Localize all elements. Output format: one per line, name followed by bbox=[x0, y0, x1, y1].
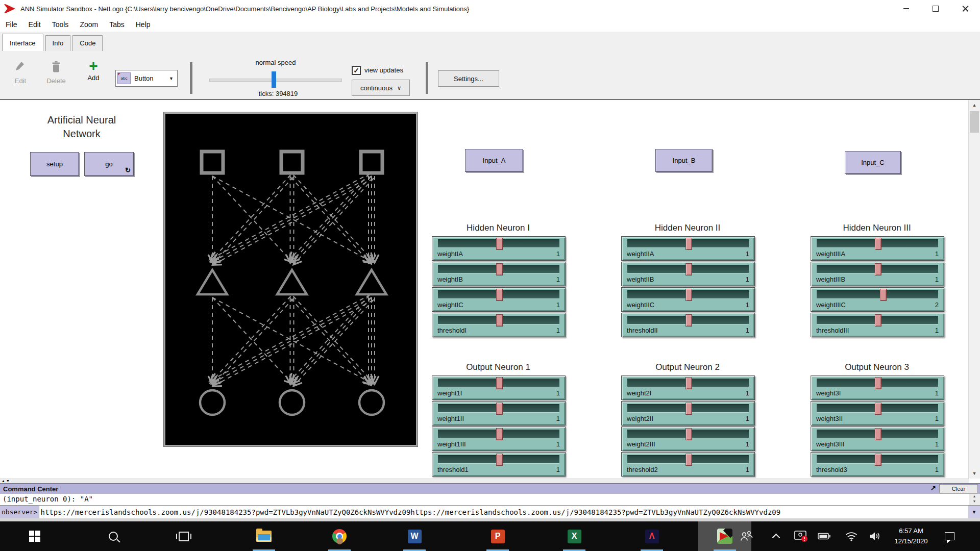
slider-handle[interactable] bbox=[685, 263, 692, 276]
slider-track[interactable] bbox=[817, 290, 938, 299]
scrollbar-thumb[interactable] bbox=[970, 111, 979, 133]
slider-weightIIB[interactable]: weightIIB1 bbox=[621, 262, 755, 286]
slider-weightIC[interactable]: weightIC1 bbox=[432, 287, 566, 312]
slider-weightIB[interactable]: weightIB1 bbox=[432, 262, 566, 286]
update-mode-dropdown[interactable]: continuous ∨ bbox=[352, 80, 410, 96]
slider-handle[interactable] bbox=[496, 403, 503, 415]
acrobat-button[interactable]: Λ bbox=[637, 521, 667, 551]
slider-handle[interactable] bbox=[685, 314, 692, 327]
slider-threshold3[interactable]: threshold31 bbox=[811, 452, 944, 477]
slider-thresholdII[interactable]: thresholdII1 bbox=[621, 313, 755, 337]
edit-widget-button[interactable]: Edit bbox=[6, 60, 35, 85]
chrome-button[interactable] bbox=[325, 521, 354, 551]
slider-handle[interactable] bbox=[685, 454, 692, 466]
slider-weightIIIC[interactable]: weightIIIC2 bbox=[811, 287, 944, 312]
slider-weight2III[interactable]: weight2III1 bbox=[621, 427, 755, 451]
tab-code[interactable]: Code bbox=[72, 35, 103, 51]
minimize-button[interactable] bbox=[891, 0, 921, 17]
slider-weight1I[interactable]: weight1I1 bbox=[432, 375, 566, 400]
menu-help[interactable]: Help bbox=[130, 20, 156, 29]
slider-handle[interactable] bbox=[880, 289, 887, 301]
menu-edit[interactable]: Edit bbox=[23, 20, 46, 29]
slider-weightIIIA[interactable]: weightIIIA1 bbox=[811, 236, 944, 261]
input-a-button[interactable]: Input_A bbox=[465, 149, 523, 172]
tab-interface[interactable]: Interface bbox=[2, 34, 43, 52]
input-c-button[interactable]: Input_C bbox=[845, 151, 901, 174]
slider-thresholdI[interactable]: thresholdI1 bbox=[432, 313, 566, 337]
settings-button[interactable]: Settings... bbox=[438, 70, 499, 87]
excel-button[interactable]: X bbox=[559, 521, 589, 551]
slider-handle[interactable] bbox=[496, 428, 503, 440]
go-button[interactable]: go ↻ bbox=[84, 152, 134, 176]
slider-weight3I[interactable]: weight3I1 bbox=[811, 375, 944, 400]
maximize-button[interactable] bbox=[921, 0, 950, 17]
slider-weight3III[interactable]: weight3III1 bbox=[811, 427, 944, 451]
slider-handle[interactable] bbox=[685, 377, 692, 389]
menu-tools[interactable]: Tools bbox=[46, 20, 75, 29]
slider-weight3II[interactable]: weight3II1 bbox=[811, 401, 944, 425]
interface-vertical-scrollbar[interactable]: ▲ ▼ bbox=[968, 100, 980, 479]
world-view-canvas[interactable] bbox=[164, 112, 418, 446]
input-b-button[interactable]: Input_B bbox=[655, 149, 713, 172]
command-history-dropdown[interactable]: ▼ bbox=[968, 506, 980, 518]
menu-zoom[interactable]: Zoom bbox=[74, 20, 104, 29]
setup-button[interactable]: setup bbox=[30, 152, 79, 176]
slider-weight2I[interactable]: weight2I1 bbox=[621, 375, 755, 400]
task-view-button[interactable] bbox=[169, 521, 199, 551]
slider-weightIIA[interactable]: weightIIA1 bbox=[621, 236, 755, 261]
observer-prompt[interactable]: observer> bbox=[0, 506, 39, 518]
volume-button[interactable] bbox=[864, 521, 886, 551]
powerpoint-button[interactable]: P bbox=[483, 521, 512, 551]
slider-handle[interactable] bbox=[496, 314, 503, 327]
slider-handle[interactable] bbox=[685, 403, 692, 415]
slider-handle[interactable] bbox=[496, 263, 503, 276]
slider-handle[interactable] bbox=[496, 454, 503, 466]
command-input[interactable]: https://mercerislandschools.zoom.us/j/93… bbox=[39, 506, 968, 518]
speed-slider-thumb[interactable] bbox=[272, 71, 276, 88]
slider-weightIIIB[interactable]: weightIIIB1 bbox=[811, 262, 944, 286]
output-scrollbar[interactable]: ▲▼ bbox=[969, 494, 980, 505]
menu-file[interactable]: File bbox=[0, 20, 23, 29]
menu-tabs[interactable]: Tabs bbox=[104, 20, 130, 29]
slider-weight2II[interactable]: weight2II1 bbox=[621, 401, 755, 425]
delete-widget-button[interactable]: Delete bbox=[42, 60, 70, 85]
scroll-up-icon[interactable]: ▲ bbox=[969, 100, 980, 110]
slider-handle[interactable] bbox=[875, 454, 881, 466]
battery-button[interactable] bbox=[813, 521, 836, 551]
slider-thresholdIII[interactable]: thresholdIII1 bbox=[811, 313, 944, 337]
show-hidden-icons-button[interactable] bbox=[765, 521, 787, 551]
slider-handle[interactable] bbox=[496, 238, 503, 250]
close-button[interactable] bbox=[950, 0, 980, 17]
slider-weightIA[interactable]: weightIA1 bbox=[432, 236, 566, 261]
word-button[interactable]: W bbox=[400, 521, 429, 551]
scroll-down-icon[interactable]: ▼ bbox=[969, 468, 980, 479]
title-bar[interactable]: ANN Simulator Sandbox - NetLogo {C:\User… bbox=[0, 0, 980, 17]
clear-button[interactable]: Clear bbox=[939, 484, 978, 493]
view-updates-checkbox[interactable]: ✓ bbox=[352, 66, 361, 75]
slider-handle[interactable] bbox=[685, 428, 692, 440]
widget-type-dropdown[interactable]: abc Button ▼ bbox=[115, 70, 178, 87]
slider-handle[interactable] bbox=[875, 428, 881, 440]
slider-handle[interactable] bbox=[875, 314, 881, 327]
slider-threshold1[interactable]: threshold11 bbox=[432, 452, 566, 477]
slider-handle[interactable] bbox=[875, 238, 881, 250]
detach-command-center-icon[interactable]: ↗ bbox=[928, 484, 938, 492]
slider-weight1III[interactable]: weight1III1 bbox=[432, 427, 566, 451]
taskbar-search-button[interactable] bbox=[99, 521, 128, 551]
tray-app-button[interactable] bbox=[790, 521, 813, 551]
taskbar-clock[interactable]: 6:57 AM 12/15/2020 bbox=[886, 526, 937, 546]
slider-weight1II[interactable]: weight1II1 bbox=[432, 401, 566, 425]
tab-info[interactable]: Info bbox=[45, 35, 71, 51]
slider-threshold2[interactable]: threshold21 bbox=[621, 452, 755, 477]
network-button[interactable] bbox=[840, 521, 863, 551]
action-center-button[interactable] bbox=[938, 521, 961, 551]
slider-handle[interactable] bbox=[875, 377, 881, 389]
slider-handle[interactable] bbox=[685, 238, 692, 250]
slider-handle[interactable] bbox=[496, 289, 503, 301]
slider-handle[interactable] bbox=[875, 263, 881, 276]
slider-handle[interactable] bbox=[875, 403, 881, 415]
slider-weightIIC[interactable]: weightIIC1 bbox=[621, 287, 755, 312]
start-button[interactable] bbox=[20, 521, 50, 551]
people-button[interactable] bbox=[735, 521, 757, 551]
file-explorer-button[interactable] bbox=[249, 521, 279, 551]
